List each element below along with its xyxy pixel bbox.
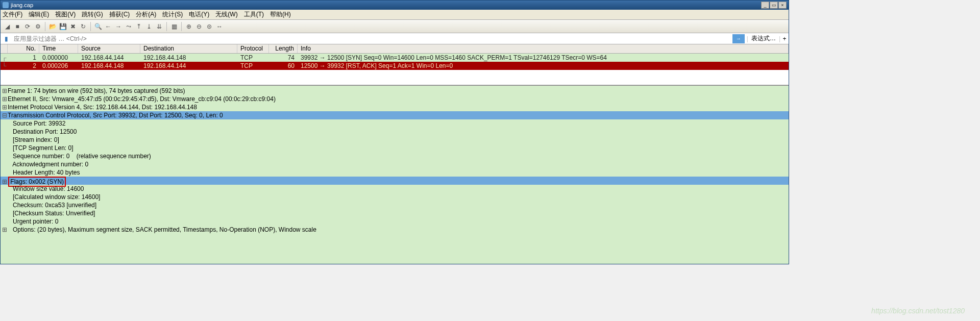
cell-protocol: TCP bbox=[237, 62, 269, 69]
open-file-icon[interactable]: 📂 bbox=[48, 22, 57, 31]
tree-tcp-checksum-status[interactable]: [Checksum Status: Unverified] bbox=[1, 209, 789, 217]
go-to-packet-icon[interactable]: ⤳ bbox=[124, 22, 133, 31]
col-destination[interactable]: Destination bbox=[140, 44, 237, 53]
go-back-icon[interactable]: ← bbox=[104, 22, 113, 31]
tree-tcp-seglen[interactable]: [TCP Segment Len: 0] bbox=[1, 144, 789, 152]
menu-file[interactable]: 文件(F) bbox=[3, 10, 22, 19]
cell-source: 192.168.44.148 bbox=[78, 62, 140, 69]
cell-destination: 192.168.44.144 bbox=[140, 62, 237, 69]
title-bar: jiang.cap _ ▭ × bbox=[1, 1, 789, 10]
window-title: jiang.cap bbox=[11, 2, 33, 8]
tree-tcp-flags[interactable]: ⊞ Flags: 0x002 (SYN) bbox=[1, 177, 789, 185]
cell-time: 0.000206 bbox=[39, 62, 78, 69]
cell-no: 2 bbox=[8, 62, 39, 69]
cell-time: 0.000000 bbox=[39, 54, 78, 61]
restart-capture-icon[interactable]: ⟳ bbox=[23, 22, 32, 31]
menu-tools[interactable]: 工具(T) bbox=[244, 10, 264, 19]
tree-frame[interactable]: ⊞Frame 1: 74 bytes on wire (592 bits), 7… bbox=[1, 87, 789, 95]
menu-view[interactable]: 视图(V) bbox=[55, 10, 76, 19]
menu-telephony[interactable]: 电话(Y) bbox=[189, 10, 209, 19]
tree-tcp-calcwin[interactable]: [Calculated window size: 14600] bbox=[1, 193, 789, 201]
tree-tcp-options[interactable]: ⊞ Options: (20 bytes), Maximum segment s… bbox=[1, 226, 789, 234]
tree-tcp[interactable]: ⊟Transmission Control Protocol, Src Port… bbox=[1, 111, 789, 119]
col-info[interactable]: Info bbox=[298, 44, 789, 53]
expand-icon[interactable]: ⊞ bbox=[2, 226, 8, 234]
tree-tcp-urgptr[interactable]: Urgent pointer: 0 bbox=[1, 217, 789, 226]
col-length[interactable]: Length bbox=[269, 44, 298, 53]
display-filter-input[interactable] bbox=[12, 34, 730, 44]
cell-destination: 192.168.44.148 bbox=[140, 54, 237, 61]
tree-tcp-checksum[interactable]: Checksum: 0xca53 [unverified] bbox=[1, 201, 789, 209]
col-no[interactable]: No. bbox=[8, 44, 39, 53]
tree-tcp-seq[interactable]: Sequence number: 0 (relative sequence nu… bbox=[1, 152, 789, 160]
go-forward-icon[interactable]: → bbox=[114, 22, 123, 31]
packet-list-empty-area bbox=[1, 70, 789, 85]
tree-ip[interactable]: ⊞Internet Protocol Version 4, Src: 192.1… bbox=[1, 103, 789, 111]
maximize-button[interactable]: ▭ bbox=[770, 2, 778, 9]
toolbar-divider bbox=[181, 22, 182, 31]
col-time[interactable]: Time bbox=[39, 44, 78, 53]
reload-icon[interactable]: ↻ bbox=[79, 22, 88, 31]
cell-no: 1 bbox=[8, 54, 39, 61]
cell-length: 74 bbox=[269, 54, 298, 61]
col-source[interactable]: Source bbox=[78, 44, 140, 53]
cell-info: 12500 → 39932 [RST, ACK] Seq=1 Ack=1 Win… bbox=[298, 62, 789, 69]
packet-list-header: No. Time Source Destination Protocol Len… bbox=[1, 44, 789, 54]
zoom-reset-icon[interactable]: ⊜ bbox=[205, 22, 214, 31]
col-protocol[interactable]: Protocol bbox=[237, 44, 269, 53]
colorize-icon[interactable]: ▦ bbox=[169, 22, 179, 31]
zoom-in-icon[interactable]: ⊕ bbox=[184, 22, 193, 31]
menu-bar: 文件(F) 编辑(E) 视图(V) 跳转(G) 捕获(C) 分析(A) 统计(S… bbox=[1, 10, 789, 20]
packet-details-pane: ⊞Frame 1: 74 bytes on wire (592 bits), 7… bbox=[1, 85, 789, 264]
go-first-icon[interactable]: ⤒ bbox=[134, 22, 143, 31]
tree-tcp-winsize[interactable]: Window size value: 14600 bbox=[1, 185, 789, 193]
minimize-button[interactable]: _ bbox=[761, 2, 769, 9]
zoom-out-icon[interactable]: ⊖ bbox=[194, 22, 204, 31]
toolbar: ◢ ■ ⟳ ⚙ 📂 💾 ✖ ↻ 🔍 ← → ⤳ ⤒ ⤓ ⇊ ▦ ⊕ ⊖ ⊜ ↔ bbox=[1, 20, 789, 33]
cell-source: 192.168.44.144 bbox=[78, 54, 140, 61]
bookmark-filter-icon[interactable]: ▮ bbox=[2, 34, 11, 43]
find-packet-icon[interactable]: 🔍 bbox=[93, 22, 103, 31]
cell-length: 60 bbox=[269, 62, 298, 69]
menu-statistics[interactable]: 统计(S) bbox=[162, 10, 183, 19]
menu-go[interactable]: 跳转(G) bbox=[82, 10, 103, 19]
close-file-icon[interactable]: ✖ bbox=[68, 22, 78, 31]
tree-tcp-stream[interactable]: [Stream index: 0] bbox=[1, 136, 789, 144]
menu-analyze[interactable]: 分析(A) bbox=[136, 10, 156, 19]
expand-icon[interactable]: ⊞ bbox=[2, 103, 8, 111]
tree-ethernet[interactable]: ⊞Ethernet II, Src: Vmware_45:47:d5 (00:0… bbox=[1, 95, 789, 103]
filter-bar: ▮ → | 表达式… | + bbox=[1, 33, 789, 44]
tree-tcp-hdrlen[interactable]: Header Length: 40 bytes bbox=[1, 168, 789, 177]
expression-button[interactable]: 表达式… bbox=[748, 34, 779, 43]
cell-protocol: TCP bbox=[237, 54, 269, 61]
packet-row[interactable]: ┌ 1 0.000000 192.168.44.144 192.168.44.1… bbox=[1, 54, 789, 62]
menu-wireless[interactable]: 无线(W) bbox=[215, 10, 237, 19]
stop-capture-icon[interactable]: ■ bbox=[13, 22, 22, 31]
collapse-icon[interactable]: ⊟ bbox=[2, 111, 8, 119]
expand-icon[interactable]: ⊞ bbox=[2, 87, 8, 95]
tree-tcp-dstport[interactable]: Destination Port: 12500 bbox=[1, 128, 789, 136]
expand-icon[interactable]: ⊞ bbox=[2, 95, 8, 103]
save-file-icon[interactable]: 💾 bbox=[58, 22, 67, 31]
apply-filter-button[interactable]: → bbox=[732, 34, 745, 43]
cell-info: 39932 → 12500 [SYN] Seq=0 Win=14600 Len=… bbox=[298, 54, 789, 61]
packet-list-pane: No. Time Source Destination Protocol Len… bbox=[1, 44, 789, 85]
tree-tcp-srcport[interactable]: Source Port: 39932 bbox=[1, 119, 789, 128]
capture-options-icon[interactable]: ⚙ bbox=[33, 22, 42, 31]
close-button[interactable]: × bbox=[778, 2, 787, 9]
auto-scroll-icon[interactable]: ⇊ bbox=[155, 22, 164, 31]
tree-tcp-ack[interactable]: Acknowledgment number: 0 bbox=[1, 160, 789, 168]
menu-edit[interactable]: 编辑(E) bbox=[29, 10, 49, 19]
go-last-icon[interactable]: ⤓ bbox=[144, 22, 154, 31]
related-packet-indicator: └ bbox=[1, 62, 8, 69]
packet-row[interactable]: └ 2 0.000206 192.168.44.148 192.168.44.1… bbox=[1, 62, 789, 70]
app-icon bbox=[3, 2, 9, 8]
menu-capture[interactable]: 捕获(C) bbox=[109, 10, 130, 19]
toolbar-divider bbox=[45, 22, 45, 31]
start-capture-icon[interactable]: ◢ bbox=[3, 22, 12, 31]
add-filter-button[interactable]: + bbox=[780, 35, 789, 42]
toolbar-divider bbox=[166, 22, 167, 31]
menu-help[interactable]: 帮助(H) bbox=[270, 10, 291, 19]
toolbar-divider bbox=[90, 22, 91, 31]
resize-columns-icon[interactable]: ↔ bbox=[215, 22, 224, 31]
